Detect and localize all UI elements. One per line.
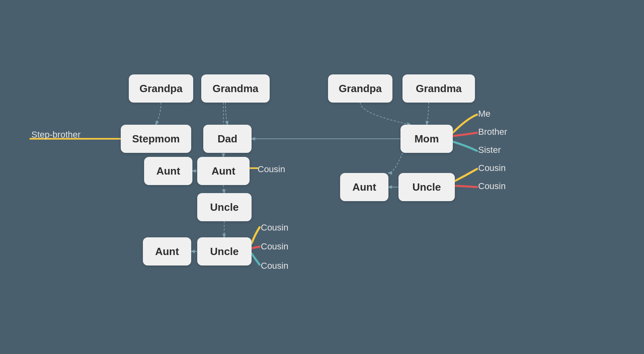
- sister-label: Sister: [478, 145, 501, 155]
- brother-label: Brother: [478, 127, 507, 137]
- right-cousin1-label: Cousin: [478, 163, 506, 173]
- left-cousin2-label: Cousin: [261, 241, 288, 252]
- stepmom-node[interactable]: Stepmom: [121, 125, 191, 153]
- step-brother-label: Step-brother: [31, 130, 80, 140]
- right-grandpa-node[interactable]: Grandpa: [328, 74, 392, 103]
- left-uncle1-node[interactable]: Uncle: [197, 193, 252, 221]
- left-cousin3-label: Cousin: [261, 261, 288, 271]
- left-aunt1-node[interactable]: Aunt: [144, 157, 192, 185]
- left-aunt3-label: Aunt: [155, 245, 179, 258]
- aunt-cousin-label: Cousin: [258, 164, 285, 175]
- mom-label: Mom: [415, 133, 439, 145]
- left-grandpa-node[interactable]: Grandpa: [129, 74, 193, 103]
- right-aunt-label: Aunt: [352, 181, 376, 193]
- dad-node[interactable]: Dad: [203, 125, 252, 153]
- right-grandpa-label: Grandpa: [339, 82, 382, 95]
- left-grandma-node[interactable]: Grandma: [201, 74, 270, 103]
- left-uncle2-label: Uncle: [210, 245, 239, 258]
- left-grandma-label: Grandma: [213, 82, 258, 95]
- right-aunt-node[interactable]: Aunt: [340, 173, 388, 201]
- left-uncle2-node[interactable]: Uncle: [197, 237, 252, 266]
- left-grandpa-label: Grandpa: [140, 82, 183, 95]
- right-uncle-label: Uncle: [413, 181, 441, 193]
- stepmom-label: Stepmom: [132, 133, 180, 145]
- mom-node[interactable]: Mom: [400, 125, 453, 153]
- left-uncle1-label: Uncle: [210, 201, 239, 214]
- right-cousin2-label: Cousin: [478, 181, 506, 191]
- me-label: Me: [478, 109, 491, 119]
- left-aunt1-label: Aunt: [156, 165, 180, 177]
- left-aunt2-node[interactable]: Aunt: [197, 157, 250, 185]
- left-aunt3-node[interactable]: Aunt: [143, 237, 191, 266]
- right-grandma-node[interactable]: Grandma: [402, 74, 475, 103]
- right-grandma-label: Grandma: [416, 82, 462, 95]
- dad-label: Dad: [217, 133, 237, 145]
- left-cousin1-label: Cousin: [261, 222, 288, 233]
- right-uncle-node[interactable]: Uncle: [398, 173, 455, 201]
- left-aunt2-label: Aunt: [211, 165, 235, 177]
